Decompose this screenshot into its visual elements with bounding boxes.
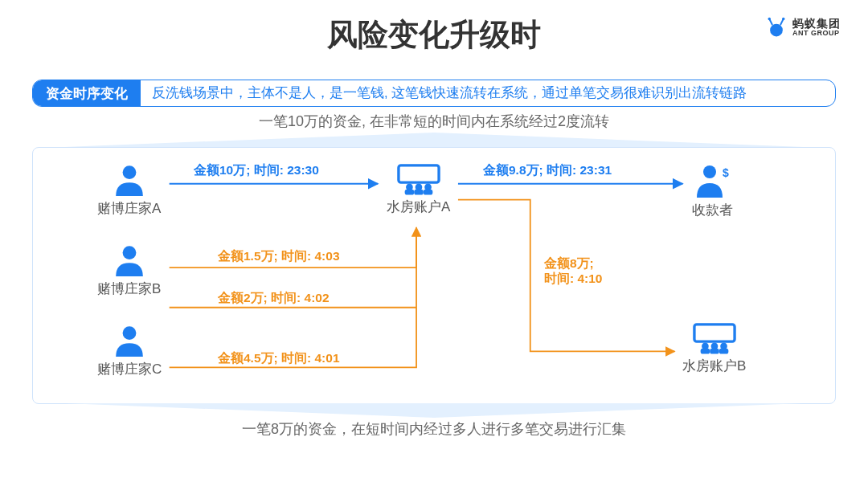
node-waterhouse-a: 水房账户A	[387, 164, 450, 216]
svg-rect-19	[694, 325, 735, 341]
node-label: 赌博庄家A	[97, 199, 161, 218]
logo-text-cn: 蚂蚁集团	[792, 18, 841, 30]
edge-time: 时间: 4:10	[544, 272, 603, 285]
svg-point-17	[703, 165, 716, 178]
ant-icon	[765, 16, 788, 39]
svg-point-4	[782, 18, 785, 21]
edge-label-b-wa: 金额2万; 时间: 4:02	[218, 290, 330, 307]
edge-label-wa-wb: 金额8万; 时间: 4:10	[544, 255, 603, 287]
svg-rect-12	[404, 190, 414, 195]
node-gambler-b: 赌博庄家B	[97, 243, 161, 298]
edge-amount: 金额8万;	[544, 256, 594, 270]
funnel-top-shape	[64, 133, 804, 147]
svg-rect-14	[414, 190, 424, 195]
node-gambler-a: 赌博庄家A	[97, 162, 161, 218]
person-icon	[113, 162, 146, 196]
svg-rect-23	[710, 349, 719, 354]
svg-point-8	[122, 246, 136, 259]
svg-point-7	[122, 165, 136, 179]
logo-text-en: ANT GROUP	[792, 30, 841, 37]
node-label: 赌博庄家B	[97, 280, 161, 298]
edge-label-c-wa: 金额4.5万; 时间: 4:01	[218, 350, 340, 367]
payee-icon: $	[695, 162, 731, 198]
person-icon	[113, 323, 146, 357]
funnel-bottom-shape	[64, 403, 804, 418]
node-label: 水房账户B	[682, 357, 746, 375]
page-title: 风险变化升级时	[0, 14, 868, 55]
flow-diagram: 赌博庄家A 赌博庄家B 赌博庄家C 水房账户A $	[32, 147, 836, 404]
svg-rect-10	[399, 165, 439, 182]
svg-rect-16	[423, 190, 432, 195]
edge-label-a-wa: 金额10万; 时间: 23:30	[194, 162, 319, 179]
group-icon	[693, 323, 736, 353]
node-label: 收款者	[692, 201, 733, 219]
caption-bottom: 一笔8万的资金，在短时间内经过多人进行多笔交易进行汇集	[0, 419, 868, 439]
banner-tag: 资金时序变化	[33, 80, 141, 106]
svg-text:$: $	[723, 166, 729, 179]
banner-body: 反洗钱场景中，主体不是人，是一笔钱, 这笔钱快速流转在系统，通过单笔交易很难识别…	[141, 84, 835, 102]
edge-label-wa-rec: 金额9.8万; 时间: 23:31	[483, 162, 612, 179]
logo: 蚂蚁集团 ANT GROUP	[765, 16, 841, 39]
group-icon	[397, 164, 440, 194]
person-icon	[113, 243, 146, 276]
node-label: 水房账户A	[387, 198, 450, 216]
svg-point-9	[123, 326, 137, 340]
svg-rect-25	[719, 349, 728, 354]
svg-rect-21	[700, 349, 710, 354]
node-receiver: $ 收款者	[692, 162, 733, 219]
edge-label-a-wa-2: 金额1.5万; 时间: 4:03	[218, 248, 340, 265]
svg-point-0	[770, 24, 783, 37]
node-waterhouse-b: 水房账户B	[682, 323, 746, 375]
node-gambler-c: 赌博庄家C	[97, 323, 162, 378]
node-label: 赌博庄家C	[97, 360, 162, 378]
svg-point-3	[768, 18, 772, 21]
banner: 资金时序变化 反洗钱场景中，主体不是人，是一笔钱, 这笔钱快速流转在系统，通过单…	[32, 80, 836, 107]
caption-top: 一笔10万的资金, 在非常短的时间内在系统经过2度流转	[0, 112, 868, 131]
